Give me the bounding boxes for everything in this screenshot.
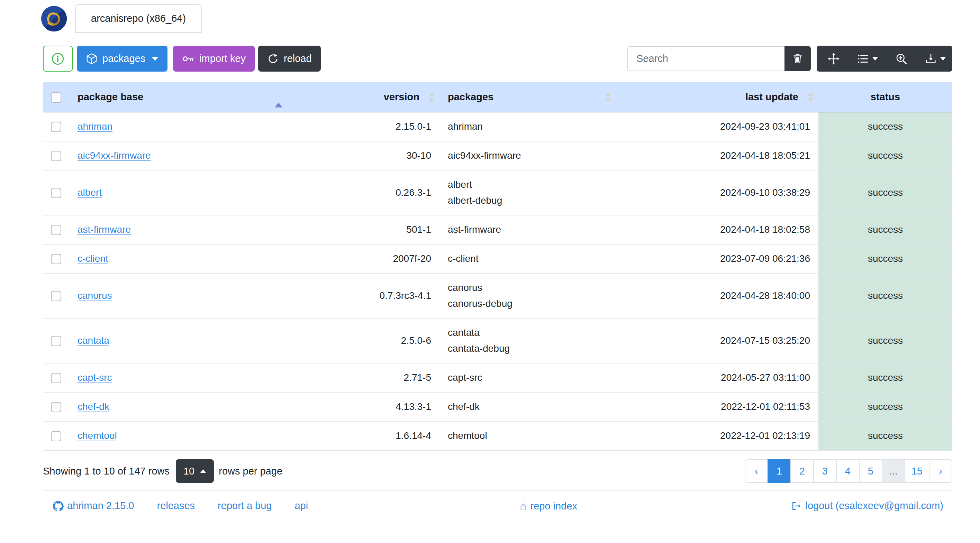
table-row: canorus 0.7.3rc3-4.1 canorus canorus-deb… [43,273,952,318]
row-checkbox[interactable] [51,225,61,235]
packages-cell: c-client [439,244,616,273]
table-row: c-client 2007f-20 c-client 2023-07-09 06… [43,244,952,273]
pagination-page-4[interactable]: 4 [836,459,859,483]
package-base-link[interactable]: cantata [78,335,109,346]
logout-link[interactable]: logout (esalexeev@gmail.com) [791,500,943,511]
search-input[interactable] [627,46,784,71]
row-checkbox[interactable] [51,122,61,132]
row-checkbox[interactable] [51,151,61,161]
status-cell: success [818,215,952,244]
pagination-next[interactable]: › [929,459,952,483]
packages-cell: canorus canorus-debug [439,273,616,318]
version-cell: 30-10 [287,141,439,170]
column-header-package-base[interactable]: package base [69,82,287,112]
last-update-cell: 2024-04-28 18:40:00 [616,273,818,318]
version-cell: 2.71-5 [287,363,439,392]
package-base-link[interactable]: chef-dk [78,401,109,412]
packages-button-label: packages [102,53,145,64]
row-checkbox[interactable] [51,336,61,346]
package-base-link[interactable]: canorus [78,290,112,301]
trash-icon [792,53,803,65]
clear-filter-button[interactable] [784,46,811,71]
pagination-page-15[interactable]: 15 [905,459,929,483]
pagination-page-3[interactable]: 3 [813,459,837,483]
info-circle-icon [51,52,64,65]
info-button[interactable] [43,46,73,71]
version-cell: 2.5.0-6 [287,318,439,363]
pagination: ‹ 1 2 3 4 5 ... 15 › [745,459,952,483]
reload-button-label: reload [284,53,312,64]
last-update-cell: 2024-04-18 18:05:21 [616,141,818,170]
export-dropdown-button[interactable] [918,46,952,71]
package-base-link[interactable]: c-client [78,253,108,264]
arrows-move-icon [827,52,840,65]
packages-cell: albert albert-debug [439,170,616,215]
table-row: ahriman 2.15.0-1 ahriman 2024-09-23 03:4… [43,112,952,141]
version-cell: 2.15.0-1 [287,112,439,141]
fullscreen-button[interactable] [885,46,918,71]
arrows-move-button[interactable] [817,46,851,71]
last-update-cell: 2024-07-15 03:25:20 [616,318,818,363]
footer-divider [43,491,952,491]
chevron-down-icon [872,57,878,60]
row-checkbox[interactable] [51,291,61,301]
packages-cell: capt-src [439,363,616,392]
report-bug-link[interactable]: report a bug [218,500,272,511]
version-cell: 1.6.14-4 [287,421,439,450]
table-row: ast-firmware 501-1 ast-firmware 2024-04-… [43,215,952,244]
select-all-checkbox[interactable] [51,92,61,103]
last-update-cell: 2023-07-09 06:21:36 [616,244,818,273]
list-icon [857,53,869,65]
row-checkbox[interactable] [51,188,61,198]
repo-index-link[interactable]: ⌂ repo index [520,500,577,512]
status-cell: success [818,244,952,273]
packages-cell: chemtool [439,421,616,450]
reload-icon [267,53,279,65]
column-header-label: packages [448,91,493,102]
reload-button[interactable]: reload [258,46,321,71]
pagination-page-2[interactable]: 2 [791,459,814,483]
status-cell: success [818,112,952,141]
columns-dropdown-button[interactable] [851,46,885,71]
rows-per-page-value: 10 [183,465,194,477]
row-checkbox[interactable] [51,254,61,264]
pagination-bar: Showing 1 to 10 of 147 rows 10 rows per … [43,459,952,483]
import-key-button[interactable]: import key [173,46,255,71]
pagination-prev[interactable]: ‹ [745,459,768,483]
last-update-cell: 2024-09-10 03:38:29 [616,170,818,215]
zoom-in-icon [895,52,908,65]
box-icon [86,53,98,65]
footer-right-links: logout (esalexeev@gmail.com) [791,500,943,514]
last-update-cell: 2022-12-01 02:11:53 [616,392,818,421]
pagination-page-5[interactable]: 5 [859,459,882,483]
top-bar: arcanisrepo (x86_64) [43,0,952,33]
package-base-link[interactable]: aic94xx-firmware [78,150,151,161]
package-base-link[interactable]: albert [78,187,102,198]
last-update-cell: 2022-12-01 02:13:19 [616,421,818,450]
package-base-link[interactable]: capt-src [78,372,112,383]
package-base-link[interactable]: ahriman [78,121,113,132]
column-header-packages[interactable]: packages [439,82,616,112]
package-base-link[interactable]: chemtool [78,430,117,441]
column-header-last-update[interactable]: last update [616,82,818,112]
packages-table: package base version packages last updat… [43,82,952,451]
row-checkbox[interactable] [51,431,61,441]
version-cell: 4.13.3-1 [287,392,439,421]
table-controls-group [817,46,952,71]
row-checkbox[interactable] [51,402,61,412]
repository-tab[interactable]: arcanisrepo (x86_64) [75,4,202,33]
rows-per-page-dropdown[interactable]: 10 [176,459,214,483]
version-link[interactable]: ahriman 2.15.0 [52,500,134,511]
package-base-link[interactable]: ast-firmware [78,224,131,235]
pagination-page-1[interactable]: 1 [768,459,791,483]
version-cell: 0.7.3rc3-4.1 [287,273,439,318]
github-icon [52,500,64,511]
packages-dropdown-button[interactable]: packages [77,46,167,71]
table-row: chef-dk 4.13.3-1 chef-dk 2022-12-01 02:1… [43,392,952,421]
releases-link[interactable]: releases [157,500,195,511]
last-update-cell: 2024-04-18 18:02:58 [616,215,818,244]
api-link[interactable]: api [294,500,308,511]
column-header-version[interactable]: version [287,82,439,112]
row-checkbox[interactable] [51,373,61,383]
logout-icon [791,500,802,511]
